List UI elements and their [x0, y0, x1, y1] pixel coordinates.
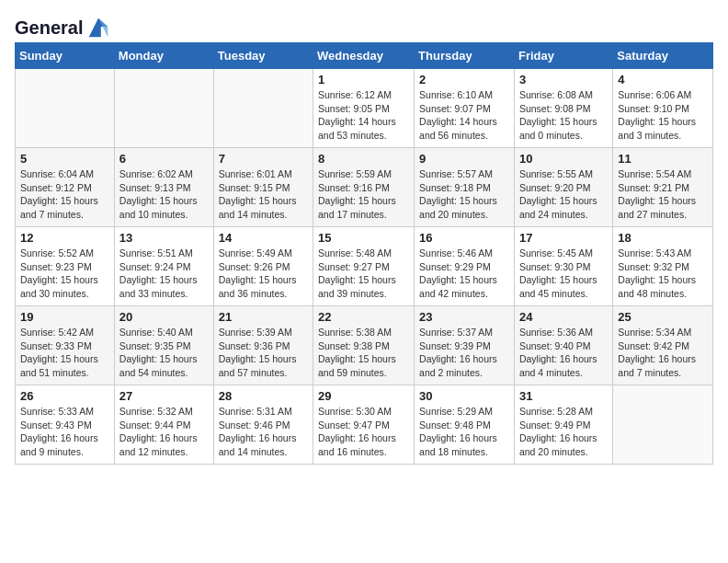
calendar-cell: 24Sunrise: 5:36 AMSunset: 9:40 PMDayligh…: [514, 306, 612, 385]
day-number: 26: [20, 389, 109, 403]
calendar-cell: 5Sunrise: 6:04 AMSunset: 9:12 PMDaylight…: [16, 148, 115, 227]
calendar-cell: 2Sunrise: 6:10 AMSunset: 9:07 PMDaylight…: [415, 69, 515, 148]
day-info: Sunrise: 5:33 AMSunset: 9:43 PMDaylight:…: [20, 405, 109, 459]
day-number: 22: [318, 310, 409, 324]
calendar-table: SundayMondayTuesdayWednesdayThursdayFrid…: [15, 42, 713, 465]
calendar-cell: 22Sunrise: 5:38 AMSunset: 9:38 PMDayligh…: [313, 306, 415, 385]
day-info: Sunrise: 5:39 AMSunset: 9:36 PMDaylight:…: [219, 326, 308, 380]
day-number: 6: [119, 152, 209, 166]
day-info: Sunrise: 5:49 AMSunset: 9:26 PMDaylight:…: [219, 247, 308, 301]
day-info: Sunrise: 5:55 AMSunset: 9:20 PMDaylight:…: [519, 167, 608, 222]
calendar-cell: 25Sunrise: 5:34 AMSunset: 9:42 PMDayligh…: [613, 306, 713, 385]
calendar-cell: [114, 69, 213, 148]
day-number: 4: [618, 73, 708, 86]
calendar-cell: 10Sunrise: 5:55 AMSunset: 9:20 PMDayligh…: [514, 148, 612, 227]
day-info: Sunrise: 5:42 AMSunset: 9:33 PMDaylight:…: [20, 326, 109, 380]
weekday-header-tuesday: Tuesday: [213, 43, 313, 69]
calendar-cell: 16Sunrise: 5:46 AMSunset: 9:29 PMDayligh…: [415, 227, 515, 306]
day-number: 12: [20, 231, 109, 245]
day-info: Sunrise: 5:36 AMSunset: 9:40 PMDaylight:…: [519, 326, 608, 380]
calendar-week-row: 1Sunrise: 6:12 AMSunset: 9:05 PMDaylight…: [16, 69, 713, 148]
day-number: 24: [519, 310, 608, 324]
day-number: 1: [318, 73, 409, 86]
calendar-cell: 19Sunrise: 5:42 AMSunset: 9:33 PMDayligh…: [16, 306, 115, 385]
day-number: 3: [519, 73, 608, 86]
calendar-cell: 26Sunrise: 5:33 AMSunset: 9:43 PMDayligh…: [16, 385, 115, 465]
logo-icon: [85, 15, 111, 40]
day-info: Sunrise: 5:45 AMSunset: 9:30 PMDaylight:…: [519, 247, 608, 301]
calendar-cell: 21Sunrise: 5:39 AMSunset: 9:36 PMDayligh…: [213, 306, 313, 385]
calendar-cell: 7Sunrise: 6:01 AMSunset: 9:15 PMDaylight…: [213, 148, 313, 227]
day-number: 2: [419, 73, 509, 86]
calendar-cell: 27Sunrise: 5:32 AMSunset: 9:44 PMDayligh…: [114, 385, 213, 465]
calendar-cell: 17Sunrise: 5:45 AMSunset: 9:30 PMDayligh…: [514, 227, 612, 306]
day-number: 8: [318, 152, 409, 166]
calendar-cell: 14Sunrise: 5:49 AMSunset: 9:26 PMDayligh…: [213, 227, 313, 306]
calendar-cell: 12Sunrise: 5:52 AMSunset: 9:23 PMDayligh…: [16, 227, 115, 306]
weekday-header-row: SundayMondayTuesdayWednesdayThursdayFrid…: [16, 43, 713, 69]
day-number: 29: [318, 389, 409, 403]
calendar-week-row: 12Sunrise: 5:52 AMSunset: 9:23 PMDayligh…: [16, 227, 713, 306]
calendar-cell: 6Sunrise: 6:02 AMSunset: 9:13 PMDaylight…: [114, 148, 213, 227]
day-info: Sunrise: 5:54 AMSunset: 9:21 PMDaylight:…: [618, 167, 708, 222]
day-info: Sunrise: 5:48 AMSunset: 9:27 PMDaylight:…: [318, 247, 409, 301]
calendar-cell: 18Sunrise: 5:43 AMSunset: 9:32 PMDayligh…: [613, 227, 713, 306]
calendar-cell: 28Sunrise: 5:31 AMSunset: 9:46 PMDayligh…: [213, 385, 313, 465]
day-info: Sunrise: 5:29 AMSunset: 9:48 PMDaylight:…: [419, 405, 509, 459]
day-number: 27: [119, 389, 209, 403]
calendar-cell: 4Sunrise: 6:06 AMSunset: 9:10 PMDaylight…: [613, 69, 713, 148]
weekday-header-saturday: Saturday: [613, 43, 713, 69]
day-number: 5: [20, 152, 109, 166]
logo: General: [15, 15, 111, 37]
day-number: 15: [318, 231, 409, 245]
day-info: Sunrise: 5:51 AMSunset: 9:24 PMDaylight:…: [119, 247, 209, 301]
calendar-cell: 20Sunrise: 5:40 AMSunset: 9:35 PMDayligh…: [114, 306, 213, 385]
day-info: Sunrise: 5:46 AMSunset: 9:29 PMDaylight:…: [419, 247, 509, 301]
day-number: 10: [519, 152, 608, 166]
day-number: 9: [419, 152, 509, 166]
calendar-cell: 13Sunrise: 5:51 AMSunset: 9:24 PMDayligh…: [114, 227, 213, 306]
day-info: Sunrise: 6:04 AMSunset: 9:12 PMDaylight:…: [20, 167, 109, 222]
calendar-week-row: 26Sunrise: 5:33 AMSunset: 9:43 PMDayligh…: [16, 385, 713, 465]
calendar-cell: 29Sunrise: 5:30 AMSunset: 9:47 PMDayligh…: [313, 385, 415, 465]
day-number: 17: [519, 231, 608, 245]
day-info: Sunrise: 5:38 AMSunset: 9:38 PMDaylight:…: [318, 326, 409, 380]
day-info: Sunrise: 6:06 AMSunset: 9:10 PMDaylight:…: [618, 88, 708, 143]
day-number: 23: [419, 310, 509, 324]
weekday-header-sunday: Sunday: [16, 43, 115, 69]
calendar-cell: 31Sunrise: 5:28 AMSunset: 9:49 PMDayligh…: [514, 385, 612, 465]
calendar-cell: [613, 385, 713, 465]
calendar-cell: 23Sunrise: 5:37 AMSunset: 9:39 PMDayligh…: [415, 306, 515, 385]
day-info: Sunrise: 5:52 AMSunset: 9:23 PMDaylight:…: [20, 247, 109, 301]
calendar-cell: [16, 69, 115, 148]
calendar-cell: 1Sunrise: 6:12 AMSunset: 9:05 PMDaylight…: [313, 69, 415, 148]
day-number: 30: [419, 389, 509, 403]
day-info: Sunrise: 6:12 AMSunset: 9:05 PMDaylight:…: [318, 88, 409, 143]
day-info: Sunrise: 5:57 AMSunset: 9:18 PMDaylight:…: [419, 167, 509, 222]
weekday-header-thursday: Thursday: [415, 43, 515, 69]
day-number: 11: [618, 152, 708, 166]
calendar-cell: 9Sunrise: 5:57 AMSunset: 9:18 PMDaylight…: [415, 148, 515, 227]
day-number: 7: [219, 152, 308, 166]
day-number: 18: [618, 231, 708, 245]
day-info: Sunrise: 6:08 AMSunset: 9:08 PMDaylight:…: [519, 88, 608, 143]
calendar-cell: 11Sunrise: 5:54 AMSunset: 9:21 PMDayligh…: [613, 148, 713, 227]
day-info: Sunrise: 5:31 AMSunset: 9:46 PMDaylight:…: [219, 405, 308, 459]
calendar-cell: 30Sunrise: 5:29 AMSunset: 9:48 PMDayligh…: [415, 385, 515, 465]
weekday-header-wednesday: Wednesday: [313, 43, 415, 69]
weekday-header-monday: Monday: [114, 43, 213, 69]
day-number: 13: [119, 231, 209, 245]
calendar-week-row: 19Sunrise: 5:42 AMSunset: 9:33 PMDayligh…: [16, 306, 713, 385]
day-number: 28: [219, 389, 308, 403]
day-info: Sunrise: 5:40 AMSunset: 9:35 PMDaylight:…: [119, 326, 209, 380]
day-info: Sunrise: 5:30 AMSunset: 9:47 PMDaylight:…: [318, 405, 409, 459]
day-info: Sunrise: 6:02 AMSunset: 9:13 PMDaylight:…: [119, 167, 209, 222]
logo-text: General: [15, 17, 83, 38]
day-number: 25: [618, 310, 708, 324]
day-number: 19: [20, 310, 109, 324]
day-number: 21: [219, 310, 308, 324]
calendar-cell: 3Sunrise: 6:08 AMSunset: 9:08 PMDaylight…: [514, 69, 612, 148]
day-number: 20: [119, 310, 209, 324]
calendar-week-row: 5Sunrise: 6:04 AMSunset: 9:12 PMDaylight…: [16, 148, 713, 227]
day-info: Sunrise: 5:59 AMSunset: 9:16 PMDaylight:…: [318, 167, 409, 222]
